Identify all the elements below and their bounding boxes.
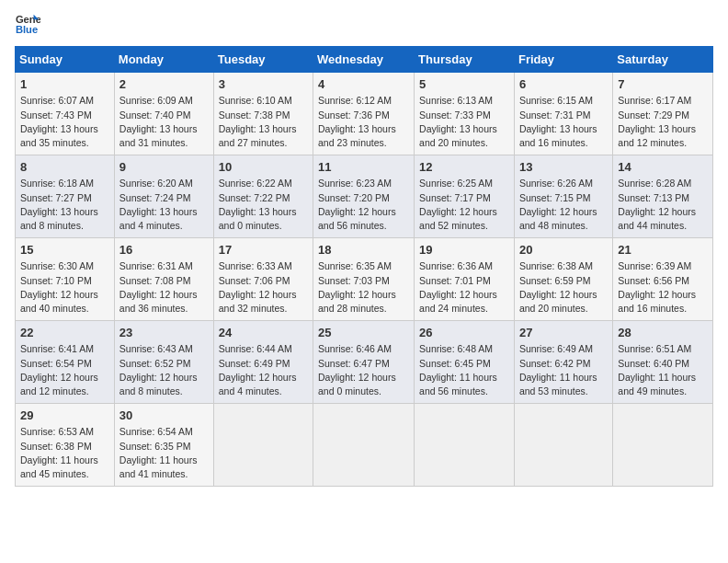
day-number: 8	[20, 159, 109, 176]
day-number: 25	[318, 325, 409, 341]
sunrise: Sunrise: 6:18 AM	[20, 178, 94, 189]
day-number: 28	[618, 325, 708, 341]
daylight: Daylight: 13 hours and 12 minutes.	[618, 123, 696, 148]
calendar-cell: 17 Sunrise: 6:33 AM Sunset: 7:06 PM Dayl…	[213, 238, 313, 321]
sunrise: Sunrise: 6:25 AM	[419, 178, 493, 189]
daylight: Daylight: 13 hours and 0 minutes.	[219, 206, 297, 231]
daylight: Daylight: 11 hours and 45 minutes.	[20, 454, 98, 479]
day-number: 2	[119, 76, 209, 93]
daylight: Daylight: 11 hours and 56 minutes.	[419, 372, 497, 396]
sunrise: Sunrise: 6:30 AM	[20, 260, 94, 271]
day-number: 29	[20, 408, 109, 424]
daylight: Daylight: 11 hours and 41 minutes.	[119, 454, 198, 479]
daylight: Daylight: 12 hours and 24 minutes.	[419, 289, 497, 314]
sunrise: Sunrise: 6:15 AM	[519, 95, 593, 106]
calendar-cell	[613, 404, 713, 487]
daylight: Daylight: 12 hours and 40 minutes.	[20, 289, 98, 314]
calendar-cell: 3 Sunrise: 6:10 AM Sunset: 7:38 PM Dayli…	[213, 73, 313, 155]
day-number: 4	[318, 76, 409, 93]
sunset: Sunset: 7:24 PM	[119, 192, 191, 203]
daylight: Daylight: 11 hours and 49 minutes.	[618, 372, 696, 396]
sunset: Sunset: 7:40 PM	[119, 109, 191, 121]
sunrise: Sunrise: 6:20 AM	[119, 178, 193, 189]
calendar-cell	[514, 404, 612, 487]
daylight: Daylight: 13 hours and 20 minutes.	[419, 123, 497, 148]
calendar-cell: 22 Sunrise: 6:41 AM Sunset: 6:54 PM Dayl…	[16, 321, 115, 404]
calendar-cell	[213, 404, 313, 487]
sunrise: Sunrise: 6:54 AM	[119, 426, 193, 437]
day-number: 23	[119, 325, 209, 341]
sunset: Sunset: 6:52 PM	[119, 358, 191, 369]
calendar-cell: 20 Sunrise: 6:38 AM Sunset: 6:59 PM Dayl…	[514, 238, 612, 321]
weekday-header: Tuesday	[213, 47, 313, 73]
calendar-cell: 25 Sunrise: 6:46 AM Sunset: 6:47 PM Dayl…	[313, 321, 415, 404]
sunset: Sunset: 6:54 PM	[20, 358, 92, 369]
sunset: Sunset: 7:38 PM	[219, 109, 290, 121]
day-number: 18	[318, 242, 409, 259]
daylight: Daylight: 13 hours and 16 minutes.	[519, 123, 597, 148]
calendar-cell: 10 Sunrise: 6:22 AM Sunset: 7:22 PM Dayl…	[213, 155, 313, 238]
sunset: Sunset: 7:20 PM	[318, 192, 390, 203]
calendar-cell: 4 Sunrise: 6:12 AM Sunset: 7:36 PM Dayli…	[313, 73, 415, 155]
sunset: Sunset: 7:17 PM	[419, 192, 491, 203]
sunrise: Sunrise: 6:10 AM	[219, 95, 292, 106]
sunset: Sunset: 7:03 PM	[318, 275, 390, 286]
sunrise: Sunrise: 6:26 AM	[519, 178, 593, 189]
sunrise: Sunrise: 6:44 AM	[219, 343, 292, 354]
sunrise: Sunrise: 6:53 AM	[20, 426, 94, 437]
calendar-cell: 21 Sunrise: 6:39 AM Sunset: 6:56 PM Dayl…	[613, 238, 713, 321]
daylight: Daylight: 13 hours and 4 minutes.	[119, 206, 198, 231]
calendar-week-row: 1 Sunrise: 6:07 AM Sunset: 7:43 PM Dayli…	[16, 73, 713, 155]
sunset: Sunset: 7:22 PM	[219, 192, 290, 203]
daylight: Daylight: 12 hours and 12 minutes.	[20, 372, 98, 396]
day-number: 24	[219, 325, 308, 341]
sunrise: Sunrise: 6:33 AM	[219, 260, 292, 271]
sunset: Sunset: 7:15 PM	[519, 192, 591, 203]
daylight: Daylight: 12 hours and 28 minutes.	[318, 289, 396, 314]
sunset: Sunset: 6:47 PM	[318, 358, 390, 369]
sunrise: Sunrise: 6:13 AM	[419, 95, 493, 106]
calendar-cell: 24 Sunrise: 6:44 AM Sunset: 6:49 PM Dayl…	[213, 321, 313, 404]
calendar-cell: 23 Sunrise: 6:43 AM Sunset: 6:52 PM Dayl…	[114, 321, 213, 404]
calendar-cell	[415, 404, 515, 487]
sunset: Sunset: 6:35 PM	[119, 441, 191, 452]
calendar: SundayMondayTuesdayWednesdayThursdayFrid…	[15, 46, 713, 487]
logo-icon: General Blue	[15, 11, 40, 37]
calendar-cell: 13 Sunrise: 6:26 AM Sunset: 7:15 PM Dayl…	[514, 155, 612, 238]
calendar-cell: 1 Sunrise: 6:07 AM Sunset: 7:43 PM Dayli…	[16, 73, 115, 155]
calendar-cell: 11 Sunrise: 6:23 AM Sunset: 7:20 PM Dayl…	[313, 155, 415, 238]
sunset: Sunset: 7:31 PM	[519, 109, 591, 121]
daylight: Daylight: 12 hours and 36 minutes.	[119, 289, 198, 314]
daylight: Daylight: 11 hours and 53 minutes.	[519, 372, 597, 396]
daylight: Daylight: 12 hours and 48 minutes.	[519, 206, 597, 231]
calendar-cell: 27 Sunrise: 6:49 AM Sunset: 6:42 PM Dayl…	[514, 321, 612, 404]
weekday-header: Friday	[514, 47, 612, 73]
sunset: Sunset: 7:33 PM	[419, 109, 491, 121]
daylight: Daylight: 12 hours and 32 minutes.	[219, 289, 297, 314]
sunset: Sunset: 6:45 PM	[419, 358, 491, 369]
sunrise: Sunrise: 6:17 AM	[618, 95, 691, 106]
sunset: Sunset: 7:08 PM	[119, 275, 191, 286]
sunrise: Sunrise: 6:43 AM	[119, 343, 193, 354]
calendar-cell: 16 Sunrise: 6:31 AM Sunset: 7:08 PM Dayl…	[114, 238, 213, 321]
day-number: 1	[20, 76, 109, 93]
daylight: Daylight: 13 hours and 27 minutes.	[219, 123, 297, 148]
calendar-body: 1 Sunrise: 6:07 AM Sunset: 7:43 PM Dayli…	[16, 73, 713, 487]
sunset: Sunset: 6:59 PM	[519, 275, 591, 286]
daylight: Daylight: 12 hours and 16 minutes.	[618, 289, 696, 314]
day-number: 5	[419, 76, 509, 93]
day-number: 30	[119, 408, 209, 424]
sunrise: Sunrise: 6:12 AM	[318, 95, 392, 106]
sunrise: Sunrise: 6:07 AM	[20, 95, 94, 106]
calendar-cell: 19 Sunrise: 6:36 AM Sunset: 7:01 PM Dayl…	[415, 238, 515, 321]
day-number: 7	[618, 76, 708, 93]
calendar-cell: 18 Sunrise: 6:35 AM Sunset: 7:03 PM Dayl…	[313, 238, 415, 321]
sunrise: Sunrise: 6:35 AM	[318, 260, 392, 271]
sunset: Sunset: 6:38 PM	[20, 441, 92, 452]
sunset: Sunset: 7:27 PM	[20, 192, 92, 203]
svg-text:Blue: Blue	[16, 24, 38, 35]
day-number: 22	[20, 325, 109, 341]
sunset: Sunset: 7:01 PM	[419, 275, 491, 286]
calendar-cell	[313, 404, 415, 487]
sunset: Sunset: 7:06 PM	[219, 275, 290, 286]
